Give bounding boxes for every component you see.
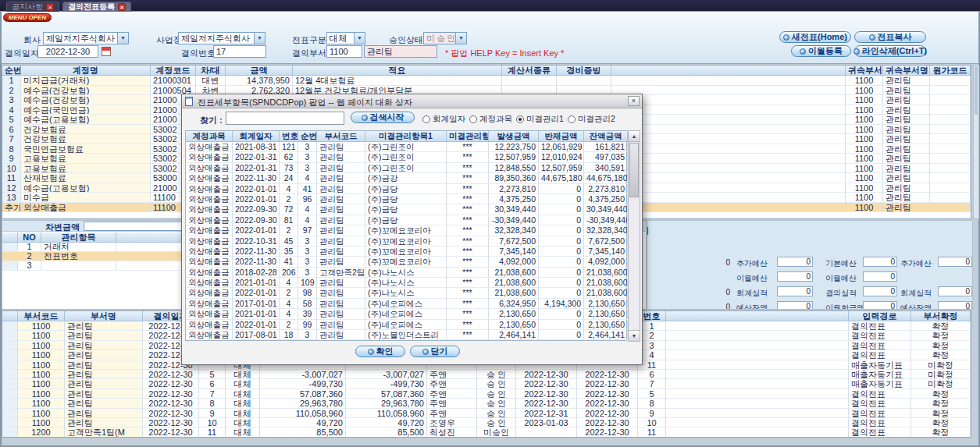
search-start-button[interactable]: 검색시작 [351,112,415,123]
dept-slip-row[interactable]: 1100관리팀2022-12-306대체-499,730-499,730주앤승 … [2,379,971,388]
grid-scrollbar[interactable] [973,65,979,219]
open-item-row[interactable]: 외상매출금2022-10-31453관리팀(주)꼬메요코리아***7,672,5… [186,236,626,247]
budget-pre-value: 0 [715,303,730,310]
calendar-icon[interactable] [102,47,111,56]
new-slip-button[interactable]: 새전표(Home) [779,31,851,43]
dept-slip-row[interactable]: 1200고객만족1팀(M2022-12-3011대체85,50085,500최성… [2,427,971,437]
cell: 2022-01-01 [233,320,280,330]
cell: 승 인 [477,418,516,427]
open-item-row[interactable]: 외상매출금2022-01-01299관리팀(주)네오피에스***2,130,65… [186,320,626,330]
scroll-down-icon[interactable]: ▼ [629,330,640,341]
cell: 2,464,141 [489,330,539,340]
popup-titlebar[interactable]: 전표세부항목(SPNDCDPop) 팝업 -- 웹 페이지 대화 상자 × [182,94,642,108]
cell [502,76,557,86]
debit-amount-input[interactable] [84,222,182,231]
approval-select[interactable]: 미승인 ▼ [423,32,467,44]
cell: 12,010,924 [539,152,584,162]
open-item-row[interactable]: 외상매출금2021-08-311213관리팀(주)그린조이***12,223,7… [186,142,626,152]
dept-slip-row[interactable]: 1100관리팀2022-12-308대체29,963,78029,963,780… [2,399,971,408]
tab-notice[interactable]: 공지사항 × [6,2,59,12]
open-item-row[interactable]: 외상매출금2018-02-282063고객만족2팀(JJ(주)나노시스***21… [186,268,626,278]
open-item-row[interactable]: 외상매출금2021-01-01439관리팀(주)네오피에스***2,130,65… [186,309,626,319]
scroll-thumb[interactable] [629,143,639,197]
dept-slip-row[interactable]: 1100관리팀2022-12-309대체110,058,960110,058,9… [2,409,971,418]
cell: 관리팀 [883,164,930,174]
resolution-date-input[interactable] [37,45,98,58]
ok-button[interactable]: 확인 [355,346,405,357]
open-item-row[interactable]: 외상매출금2022-01-31623관리팀(주)그린조이***12,507,95… [186,152,626,162]
cell: 관리팀 [317,257,365,267]
resolution-no-input[interactable] [213,45,266,58]
radio-open-mgmt1[interactable]: 미결관리1 [516,114,564,125]
company-select[interactable]: 제일저지주식회사 ▼ [43,32,129,44]
cell: 32,328,340 [584,225,628,236]
open-item-row[interactable]: 외상매출금2022-01-01441관리팀(주)금당***2,273,81002… [186,184,626,194]
open-item-row[interactable]: 외상매출금2022-01-01297관리팀(주)꼬메요코리아***32,328,… [186,225,626,236]
cell: 결의전표 [849,389,911,399]
cell: 2022-01-01 [233,225,280,236]
tab-close-icon[interactable]: × [46,3,54,11]
carryover-button[interactable]: 이월등록 [791,45,851,57]
cell: 98 [298,288,317,298]
popup-scrollbar[interactable]: ▲ ▼ [628,130,640,342]
open-item-row[interactable]: 외상매출금2022-09-30814관리팀(주)금당***-30,349,440… [186,215,626,225]
delete-line-button[interactable]: 라인삭제(Ctrl+T) [854,45,926,57]
company-label: 회사 [23,34,41,46]
cell: (주)노블인더스트리 [365,330,447,340]
cell: 대체 [226,427,260,437]
open-item-row[interactable]: 외상매출금2022-11-30244관리팀(주)금강***89,350,3604… [186,173,626,183]
radio-acct-date[interactable]: 회계일자 [422,114,465,125]
cell: 109 [298,278,317,288]
cell [930,144,971,154]
cell: 외상매출금 [186,278,233,288]
cell: 2,130,650 [584,299,628,309]
open-item-row[interactable]: 외상매출금2022-11-30353관리팀(주)꼬메요코리아***7,345,1… [186,247,626,257]
cell: 관리팀 [65,321,143,331]
slip-grid-row[interactable]: 1미지급금(거래처)21000301대변14,378,95012월 4대보험료1… [2,76,971,86]
open-item-row[interactable]: 외상매출금2022-01-31733관리팀(주)그린조이***12,848,55… [186,163,626,173]
carryover-button-label: 이월등록 [808,45,843,57]
cell: 1100 [18,418,65,427]
popup-close-icon[interactable]: × [628,96,640,106]
column-header: 반제금액 [539,131,584,142]
column-header: 차/대 [196,66,226,76]
open-item-row[interactable]: 외상매출금2021-01-014109관리팀(주)나노시스***21,038,6… [186,278,626,288]
tab-slip-register[interactable]: 결의전표등록 × [62,2,131,12]
cell: 12 [2,183,21,193]
close-button[interactable]: 닫기 [410,346,460,357]
scroll-up-icon[interactable]: ▲ [629,131,640,142]
cell: 대변 [196,76,226,86]
open-item-row[interactable]: 외상매출금2022-01-01296관리팀(주)금당***4,375,25004… [186,194,626,204]
open-item-row[interactable]: 외상매출금2017-08-01183관리팀(주)노블인더스트리***2,464,… [186,330,626,340]
search-input[interactable] [226,112,344,125]
copy-slip-button[interactable]: 전표복사 [854,31,926,43]
site-select[interactable]: 제일저지주식회사 ▼ [178,32,265,44]
radio-account[interactable]: 계정과목 [469,114,512,125]
menu-open-button[interactable]: MENU OPEN [3,13,52,22]
scroll-thumb[interactable] [975,66,978,115]
slip-type-select[interactable]: 대체 ▼ [326,32,365,44]
radio-open-mgmt2[interactable]: 미결관리2 [568,114,615,125]
tab-close-icon[interactable]: × [118,3,126,11]
cell: 0 [539,268,584,278]
cell: 7,345,140 [489,247,539,257]
cell [930,105,971,115]
cell: 2022-12-30 [577,370,638,379]
open-item-row[interactable]: 외상매출금2022-09-30724관리팀(주)금당***30,349,4400… [186,204,626,215]
cell: 예수금(고용보험) [21,115,151,125]
dept-code-input[interactable] [326,45,362,58]
cell: 14,378,950 [226,76,293,86]
cell: (주)금강 [365,173,447,183]
dept-slip-row[interactable]: 1100관리팀2022-12-3010대체49,72049,720조영우승 인2… [2,418,971,427]
open-item-row[interactable]: 외상매출금2017-01-01458관리팀(주)네오피에스***6,324,95… [186,299,626,309]
cell: 2022-12-30 [143,409,199,418]
open-item-row[interactable]: 외상매출금2022-11-30413관리팀(주)꼬메요코리아***4,092,0… [186,257,626,267]
cell [2,379,18,388]
cell: 거래처 [41,243,116,252]
dept-slip-row[interactable]: 1100관리팀2022-12-305대체-3,007,027-3,007,027… [2,370,971,379]
open-item-row[interactable]: 외상매출금2022-01-01298관리팀(주)나노시스***21,038,60… [186,288,626,298]
dept-slip-row[interactable]: 1100관리팀2022-12-307대체57,087,36057,087,360… [2,389,971,399]
cell: 81 [280,215,298,225]
cell: 관리팀 [883,105,930,115]
cell [666,389,849,399]
